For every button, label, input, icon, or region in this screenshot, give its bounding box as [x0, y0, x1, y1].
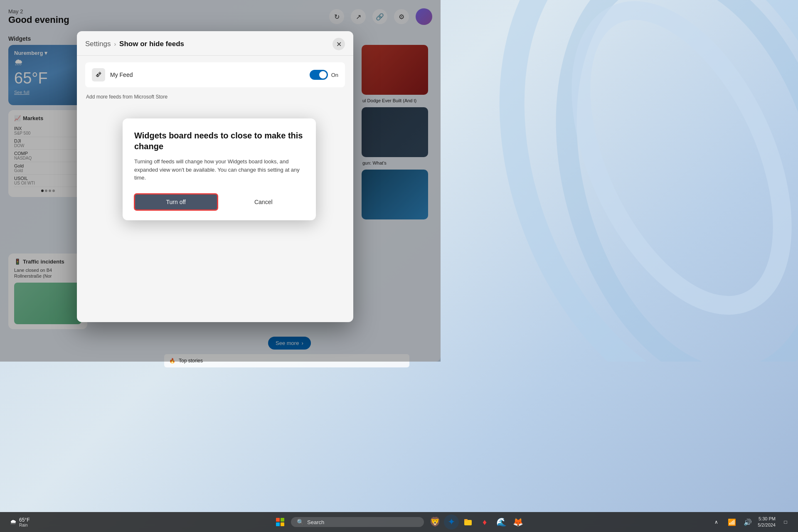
taskbar-search-bar[interactable]: 🔍 Search: [291, 517, 424, 527]
taskbar-app-edge[interactable]: 🌊: [494, 515, 509, 530]
taskbar-app-brave[interactable]: 🦁: [427, 515, 442, 530]
taskbar-speaker-icon[interactable]: 🔊: [742, 516, 754, 528]
taskbar-app-firefox[interactable]: 🦊: [510, 515, 525, 530]
svg-point-1: [524, 0, 798, 362]
win-quad-3: [276, 522, 280, 526]
confirm-dialog-body: Turning off feeds will change how your W…: [134, 158, 304, 182]
feed-row-left: 🗞 My Feed: [92, 68, 133, 81]
breadcrumb-current-page: Show or hide feeds: [119, 40, 184, 48]
taskbar-weather-icon: 🌧: [10, 518, 17, 526]
win11-swirl-decoration: [441, 0, 798, 362]
feed-row-my-feed: 🗞 My Feed On: [85, 62, 345, 87]
breadcrumb-settings[interactable]: Settings: [85, 40, 111, 48]
svg-rect-4: [464, 519, 468, 521]
win-quad-4: [281, 522, 284, 526]
taskbar-search-icon: 🔍: [297, 519, 304, 525]
win-quad-2: [281, 518, 284, 522]
svg-point-2: [539, 0, 798, 336]
taskbar-search-label: Search: [307, 519, 324, 525]
add-feeds-link[interactable]: Add more feeds from Microsoft Store: [85, 92, 345, 101]
cancel-button[interactable]: Cancel: [223, 194, 305, 210]
taskbar-network-icon[interactable]: 📶: [726, 516, 738, 528]
taskbar-weather-temp: 65°F: [19, 517, 30, 523]
taskbar-app-icons: 🦁 ✦ ♦ 🌊 🦊: [427, 515, 525, 530]
feed-name-label: My Feed: [110, 71, 133, 78]
settings-header: Settings › Show or hide feeds ✕: [77, 31, 353, 56]
svg-point-0: [448, 0, 798, 362]
confirm-dialog-title: Widgets board needs to close to make thi…: [134, 130, 304, 152]
taskbar-app-copilot[interactable]: ✦: [444, 515, 459, 530]
win-quad-1: [276, 518, 280, 522]
toggle-state-label: On: [331, 72, 338, 78]
windows-start-button[interactable]: [273, 515, 288, 530]
clock-time: 5:30 PM: [758, 516, 776, 522]
turn-off-button[interactable]: Turn off: [134, 194, 218, 210]
system-clock[interactable]: 5:30 PM 5/2/2024: [758, 516, 776, 529]
taskbar-weather-condition: Rain: [19, 523, 30, 527]
taskbar: 🌧 65°F Rain 🔍 Search 🦁 ✦: [0, 512, 798, 532]
taskbar-app-file-explorer[interactable]: [461, 515, 475, 530]
settings-close-button[interactable]: ✕: [332, 38, 345, 50]
windows-logo: [276, 518, 284, 526]
settings-content: 🗞 My Feed On Add more feeds from Microso…: [77, 56, 353, 108]
confirm-dialog: Widgets board needs to close to make thi…: [123, 118, 316, 220]
clock-date: 5/2/2024: [758, 522, 776, 528]
taskbar-notification-icon[interactable]: □: [780, 516, 791, 528]
feed-toggle-area: On: [310, 70, 338, 80]
confirm-dialog-buttons: Turn off Cancel: [134, 194, 304, 210]
feed-toggle-switch[interactable]: [310, 70, 328, 80]
newspaper-icon: 🗞: [95, 71, 102, 79]
taskbar-chevron-icon[interactable]: ∧: [710, 516, 722, 528]
close-icon: ✕: [336, 40, 342, 48]
taskbar-weather-indicator[interactable]: 🌧 65°F Rain: [7, 515, 33, 529]
taskbar-app-vivaldi[interactable]: ♦: [477, 515, 492, 530]
taskbar-left: 🌧 65°F Rain: [7, 515, 33, 529]
taskbar-right: ∧ 📶 🔊 5:30 PM 5/2/2024 □: [710, 516, 791, 529]
taskbar-center: 🔍 Search 🦁 ✦ ♦ 🌊 🦊: [273, 515, 525, 530]
toggle-thumb: [319, 71, 327, 79]
settings-breadcrumb: Settings › Show or hide feeds: [85, 40, 184, 48]
breadcrumb-chevron-icon: ›: [114, 41, 116, 47]
feed-icon: 🗞: [92, 68, 105, 81]
